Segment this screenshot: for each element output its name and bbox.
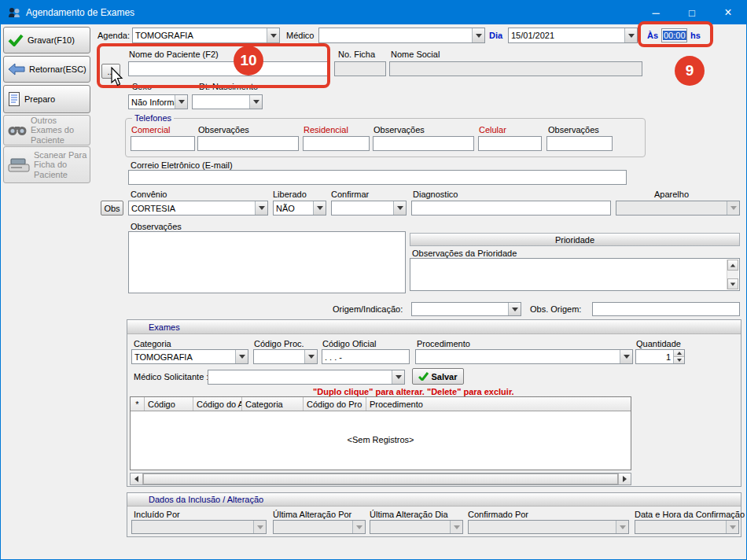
ultima-alteracao-dia-value <box>370 521 450 533</box>
chevron-down-icon[interactable] <box>304 350 317 363</box>
scanear-button[interactable]: Scanear Para Ficha do Paciente <box>3 146 90 183</box>
chevron-down-icon[interactable] <box>249 95 262 109</box>
codigo-proc-select[interactable] <box>253 349 318 364</box>
chevron-down-icon[interactable] <box>393 201 406 215</box>
residencial-input[interactable] <box>303 136 370 151</box>
dia-date-select[interactable]: 15/01/2021 <box>508 28 638 43</box>
prioridade-scrollbar[interactable] <box>727 260 738 289</box>
medico-label: Médico <box>286 31 314 40</box>
exames-grid-hscrollbar[interactable] <box>130 473 631 485</box>
hscrollbar-thumb[interactable] <box>143 473 618 484</box>
exames-grid[interactable]: * Código Código do A Categoria Código do… <box>130 396 631 470</box>
chevron-down-icon[interactable] <box>175 95 187 109</box>
scroll-left-icon[interactable] <box>131 473 143 484</box>
ultima-alteracao-por-value <box>274 521 352 533</box>
prioridade-obs-textarea[interactable] <box>410 258 740 291</box>
email-input[interactable] <box>128 170 627 185</box>
prioridade-header-label: Prioridade <box>555 235 594 245</box>
email-label: Correio Eletrônico (E-mail) <box>131 160 233 170</box>
spin-down-icon[interactable] <box>674 356 684 363</box>
chevron-down-icon[interactable] <box>472 28 484 42</box>
scroll-down-icon[interactable] <box>727 278 738 289</box>
dados-inclusao-title: Dados da Inclusão / Alteração <box>149 495 263 504</box>
grid-column-codigo-do-a[interactable]: Código do A <box>193 397 242 411</box>
chevron-down-icon[interactable] <box>624 28 637 42</box>
preparo-button[interactable]: Preparo <box>3 85 90 113</box>
origem-label: Origem/Indicação: <box>333 304 403 314</box>
quantidade-spin-buttons <box>673 350 684 363</box>
categoria-label: Categoria <box>134 339 171 348</box>
diagnostico-input[interactable] <box>411 201 611 216</box>
prioridade-header: Prioridade <box>410 233 740 246</box>
gravar-button-label: Gravar(F10) <box>28 35 75 46</box>
outros-exames-button[interactable]: Outros Exames do Paciente <box>3 115 90 146</box>
residencial-label: Residencial <box>304 125 348 134</box>
ultima-alteracao-dia-label: Última Alteração Dia <box>370 510 448 519</box>
salvar-button-label: Salvar <box>431 372 457 381</box>
scroll-up-icon[interactable] <box>727 260 738 271</box>
categoria-select[interactable]: TOMOGRAFIA <box>131 349 248 364</box>
agenda-label: Agenda: <box>98 31 130 40</box>
chevron-down-icon[interactable] <box>267 28 279 42</box>
confirmar-label: Confirmar <box>331 190 369 199</box>
grid-column-categoria[interactable]: Categoria <box>242 397 304 411</box>
comercial-obs-input[interactable] <box>197 136 299 151</box>
procedimento-label: Procedimento <box>417 339 470 348</box>
codigo-proc-select-value <box>254 350 304 363</box>
medico-select[interactable] <box>318 28 485 43</box>
liberado-select[interactable]: NÃO <box>273 201 326 216</box>
procedimento-select[interactable] <box>415 349 633 364</box>
grid-indicator-column-header: * <box>131 397 145 411</box>
scanear-button-label: Scanear Para Ficha do Paciente <box>34 150 88 180</box>
obs-button[interactable]: Obs <box>101 201 123 216</box>
medico-solicitante-select[interactable] <box>208 370 405 385</box>
comercial-input[interactable] <box>131 136 195 151</box>
convenio-select[interactable]: CORTESIA <box>128 201 268 216</box>
salvar-button[interactable]: Salvar <box>412 368 464 385</box>
incluido-por-select <box>131 520 267 534</box>
grid-column-codigo-do-pro[interactable]: Código do Pro <box>304 397 366 411</box>
chevron-down-icon[interactable] <box>508 303 521 315</box>
codigo-oficial-input[interactable]: . . . - <box>322 349 410 364</box>
obs-origem-label: Obs. Origem: <box>530 304 581 314</box>
confirmar-select[interactable] <box>331 201 407 216</box>
chevron-down-icon <box>727 201 739 215</box>
obs-origem-input[interactable] <box>592 302 740 316</box>
sexo-select[interactable]: Não Informa <box>128 94 188 109</box>
chevron-down-icon[interactable] <box>255 201 267 215</box>
retornar-button[interactable]: Retornar(ESC) <box>3 56 90 83</box>
data-hora-confirmacao-label: Data e Hora da Confirmação <box>635 510 745 519</box>
residencial-obs-label: Observações <box>374 125 425 134</box>
chevron-down-icon[interactable] <box>235 350 248 363</box>
scroll-right-icon[interactable] <box>618 473 631 484</box>
residencial-obs-input[interactable] <box>373 136 474 151</box>
exames-grid-header: * Código Código do A Categoria Código do… <box>131 397 631 411</box>
medico-select-value <box>319 28 472 42</box>
observacoes-textarea[interactable] <box>128 231 406 293</box>
nome-social-label: Nome Social <box>391 50 440 59</box>
agenda-select[interactable]: TOMOGRAFIA <box>132 28 280 43</box>
chevron-down-icon[interactable] <box>392 370 404 384</box>
grid-column-codigo[interactable]: Código <box>145 397 193 411</box>
exames-grid-body: <Sem Registros> <box>131 411 631 470</box>
annotation-badge-10-number: 10 <box>240 52 256 69</box>
spin-up-icon[interactable] <box>674 350 684 356</box>
chevron-down-icon[interactable] <box>620 350 632 363</box>
celular-label: Celular <box>479 125 506 134</box>
origem-select[interactable] <box>411 302 521 316</box>
aparelho-select-value <box>616 201 727 215</box>
quantidade-stepper[interactable]: 1 <box>635 349 685 364</box>
chevron-down-icon[interactable] <box>313 201 326 215</box>
dia-label: Dia <box>489 31 502 40</box>
agendamento-exames-window: Agendamento de Exames ─ □ × Gravar(F10) … <box>0 0 747 560</box>
grid-hint-text: "Duplo clique" para alterar. "Delete" pa… <box>313 387 514 396</box>
celular-obs-input[interactable] <box>546 136 613 151</box>
annotation-badge-9: 9 <box>675 56 705 86</box>
aparelho-select <box>616 201 740 216</box>
celular-input[interactable] <box>478 136 542 151</box>
dt-nascimento-select[interactable] <box>192 94 263 109</box>
gravar-button[interactable]: Gravar(F10) <box>3 27 90 53</box>
close-button[interactable]: × <box>710 1 746 24</box>
confirmado-por-value <box>469 521 616 533</box>
grid-column-procedimento[interactable]: Procedimento <box>366 397 631 411</box>
